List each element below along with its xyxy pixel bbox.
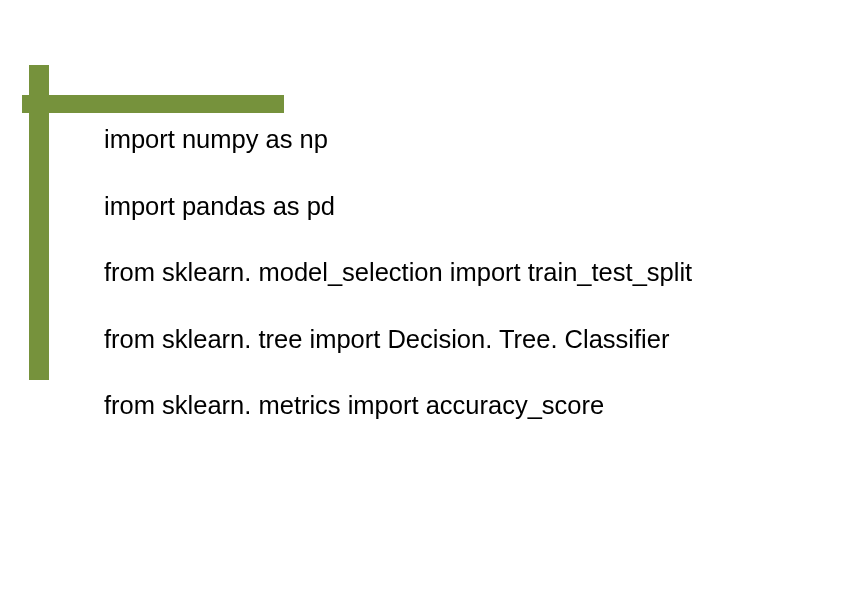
code-line: from sklearn. metrics import accuracy_sc… (104, 390, 784, 421)
decorative-horizontal-bar (22, 95, 284, 113)
code-content: import numpy as np import pandas as pd f… (104, 124, 784, 421)
code-line: from sklearn. tree import Decision. Tree… (104, 324, 784, 355)
code-line: import numpy as np (104, 124, 784, 155)
code-line: import pandas as pd (104, 191, 784, 222)
code-line: from sklearn. model_selection import tra… (104, 257, 784, 288)
